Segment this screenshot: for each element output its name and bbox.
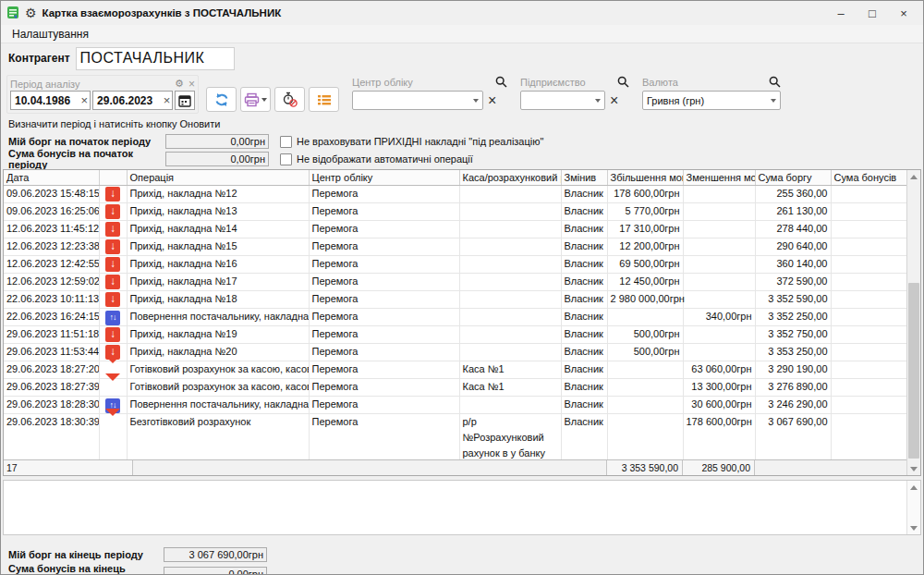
cell-changed-by: Власник	[561, 220, 607, 238]
cell-date: 22.06.2023 16:24:15	[4, 308, 99, 325]
table-row[interactable]: 29.06.2023 11:51:18↓Прихід, накладна №19…	[4, 325, 906, 343]
table-row[interactable]: 09.06.2023 15:48:15↓Прихід, накладна №12…	[4, 185, 906, 202]
column-header-changed[interactable]: Змінив	[561, 170, 607, 185]
calendar-button[interactable]	[175, 91, 195, 110]
close-button[interactable]: ×	[888, 3, 919, 23]
cell-center: Перемога	[309, 413, 459, 459]
incoming-invoice-icon: ↓	[105, 204, 120, 219]
menu-item-settings[interactable]: Налаштування	[8, 26, 92, 43]
cell-increase: 12 200,00грн	[607, 238, 683, 255]
table-row[interactable]: 29.06.2023 18:27:39Готівковий розрахунок…	[4, 378, 906, 396]
date-to-clear-icon[interactable]: ×	[164, 93, 171, 107]
table-row[interactable]: 12.06.2023 12:59:02↓Прихід, накладна №17…	[4, 273, 906, 290]
app-icon	[6, 6, 21, 20]
notes-vertical-scrollbar[interactable]	[906, 481, 920, 534]
cell-decrease	[683, 185, 755, 202]
return-to-supplier-icon: ↑↓	[105, 311, 120, 325]
refresh-button[interactable]	[206, 87, 237, 112]
cell-date: 12.06.2023 12:42:55	[4, 255, 99, 273]
print-button[interactable]	[240, 87, 271, 112]
currency-search-icon[interactable]	[769, 76, 781, 88]
details-list-button[interactable]	[309, 87, 339, 112]
counterparty-label: Контрагент	[8, 52, 70, 65]
table-row[interactable]: 12.06.2023 12:23:38↓Прихід, накладна №15…	[4, 238, 906, 255]
period-close-icon[interactable]: ×	[188, 79, 195, 90]
cell-operation: Прихід, накладна №15	[127, 238, 309, 255]
enterprise-search-icon[interactable]	[617, 76, 629, 88]
column-header-date[interactable]: Дата	[4, 170, 99, 185]
notes-scroll-up-icon[interactable]	[907, 481, 920, 494]
window-title: Картка взаєморозрахунків з ПОСТАЧАЛЬНИК	[43, 7, 282, 18]
cell-increase	[607, 396, 683, 413]
date-to-input[interactable]: 29.06.2023 ×	[92, 91, 173, 110]
currency-combobox[interactable]: Гривня (грн)	[642, 91, 781, 110]
table-row[interactable]: 12.06.2023 12:42:55↓Прихід, накладна №16…	[4, 255, 906, 273]
scrollbar-thumb[interactable]	[908, 283, 919, 459]
notes-scroll-down-icon[interactable]	[907, 521, 920, 534]
center-combobox[interactable]	[352, 91, 483, 110]
grid-vertical-scrollbar[interactable]	[906, 170, 920, 475]
scroll-up-icon[interactable]	[907, 170, 920, 183]
center-search-icon[interactable]	[495, 76, 507, 88]
enterprise-clear-icon[interactable]: ×	[610, 93, 618, 108]
cell-changed-by: Власник	[561, 202, 607, 220]
column-header-operation[interactable]: Операція	[127, 170, 309, 185]
column-header-icon[interactable]	[99, 170, 127, 185]
cell-decrease: 30 600,00грн	[683, 396, 755, 413]
cell-operation: Прихід, накладна №18	[127, 290, 309, 308]
hide-auto-operations-checkbox[interactable]	[280, 153, 292, 165]
payment-arrow-icon	[105, 379, 120, 395]
cell-changed-by: Власник	[561, 361, 607, 378]
column-header-increase[interactable]: Збільшення мог...	[607, 170, 683, 185]
minimize-button[interactable]: –	[825, 3, 857, 23]
notes-panel[interactable]	[3, 480, 921, 535]
table-row[interactable]: 22.06.2023 10:11:13↓Прихід, накладна №18…	[4, 290, 906, 308]
opening-debt-label: Мій борг на початок періоду	[8, 136, 165, 147]
cell-decrease	[683, 325, 755, 343]
date-from-clear-icon[interactable]: ×	[81, 93, 89, 107]
menu-bar: Налаштування	[1, 25, 923, 43]
counterparty-value[interactable]: ПОСТАЧАЛЬНИК	[76, 47, 235, 70]
cell-operation: Прихід, накладна №14	[127, 220, 309, 238]
exclude-incoming-checkbox[interactable]	[280, 136, 292, 148]
table-row[interactable]: 29.06.2023 18:30:39Безготівковий розраху…	[4, 413, 906, 459]
enterprise-combobox[interactable]	[520, 91, 605, 110]
cell-changed-by: Власник	[561, 396, 607, 413]
table-row[interactable]: 12.06.2023 11:45:12↓Прихід, накладна №14…	[4, 220, 906, 238]
table-row[interactable]: 09.06.2023 16:25:06↓Прихід, накладна №13…	[4, 202, 906, 220]
cell-bonus	[831, 273, 906, 290]
table-row[interactable]: 29.06.2023 11:53:44↓Прихід, накладна №20…	[4, 343, 906, 361]
cell-operation-icon: ↓	[99, 325, 127, 343]
column-header-cash[interactable]: Каса/розрахунковий ра...	[459, 170, 561, 185]
maximize-button[interactable]: □	[857, 3, 888, 23]
incoming-invoice-icon: ↓	[105, 187, 120, 202]
settings-gear-icon[interactable]: ⚙	[25, 6, 37, 19]
table-row[interactable]: 29.06.2023 18:28:30↑↓Повернення постачал…	[4, 396, 906, 413]
time-filter-button[interactable]	[274, 87, 305, 112]
cell-center: Перемога	[309, 396, 459, 413]
cell-bonus	[831, 220, 906, 238]
period-label: Період аналізу	[10, 79, 80, 90]
scroll-down-icon[interactable]	[907, 462, 920, 475]
cell-increase: 178 600,00грн	[607, 185, 683, 202]
period-gear-icon[interactable]: ⚙	[175, 79, 184, 89]
column-header-debt[interactable]: Сума боргу	[755, 170, 831, 185]
cell-center: Перемога	[309, 361, 459, 378]
cell-date: 09.06.2023 15:48:15	[4, 185, 99, 202]
table-row[interactable]: 22.06.2023 16:24:15↑↓Повернення постачал…	[4, 308, 906, 325]
cell-center: Перемога	[309, 325, 459, 343]
cell-debt: 255 360,00	[755, 185, 831, 202]
column-header-center[interactable]: Центр обліку	[309, 170, 459, 185]
cell-increase	[607, 361, 683, 378]
cell-cash-account: р/р №Розрахунковий рахунок в у банку Міс…	[459, 413, 561, 459]
print-dropdown-arrow-icon[interactable]	[261, 98, 267, 102]
column-header-decrease[interactable]: Зменшення мог...	[683, 170, 755, 185]
cell-operation-icon: ↓	[99, 273, 127, 290]
column-header-bonus[interactable]: Сума бонусів	[831, 170, 906, 185]
cell-debt: 3 067 690,00	[755, 413, 831, 459]
cell-bonus	[831, 396, 906, 413]
cell-changed-by: Власник	[561, 273, 607, 290]
center-clear-icon[interactable]: ×	[488, 93, 496, 108]
date-from-input[interactable]: 10.04.1986 ×	[10, 91, 91, 110]
table-row[interactable]: 29.06.2023 18:27:20Готівковий розрахунок…	[4, 361, 906, 378]
